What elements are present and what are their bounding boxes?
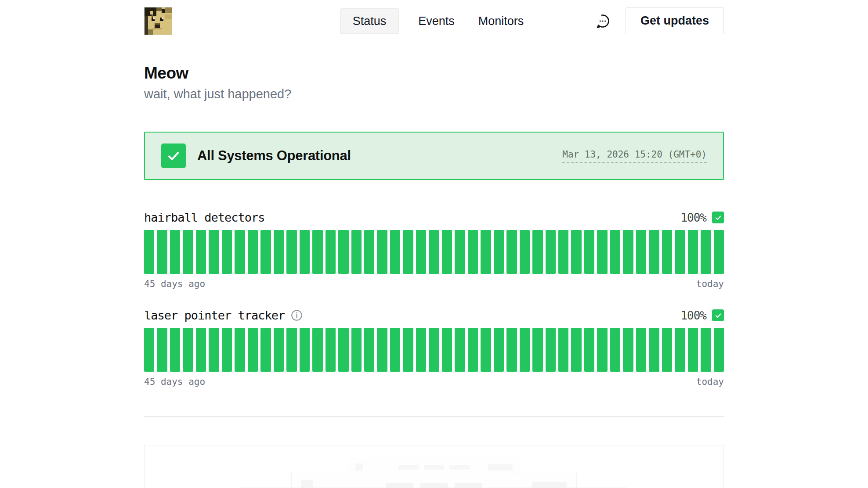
uptime-bar-day[interactable]	[546, 230, 556, 274]
uptime-bar-day[interactable]	[442, 230, 452, 274]
uptime-bar-day[interactable]	[351, 328, 362, 372]
uptime-bar-day[interactable]	[649, 230, 659, 274]
uptime-bar-day[interactable]	[300, 328, 310, 372]
uptime-bar-day[interactable]	[455, 328, 465, 372]
uptime-bar-day[interactable]	[183, 230, 193, 274]
uptime-bar-day[interactable]	[584, 328, 594, 372]
uptime-bar-day[interactable]	[571, 230, 581, 274]
uptime-bar-day[interactable]	[506, 328, 517, 372]
uptime-bar-day[interactable]	[416, 328, 426, 372]
uptime-bar-day[interactable]	[455, 230, 465, 274]
uptime-bar-day[interactable]	[442, 328, 452, 372]
uptime-bar-day[interactable]	[312, 230, 322, 274]
uptime-bar-day[interactable]	[714, 328, 724, 372]
uptime-bar-day[interactable]	[274, 230, 284, 274]
uptime-bar-day[interactable]	[364, 230, 374, 274]
uptime-bar-day[interactable]	[196, 230, 206, 274]
uptime-bar-day[interactable]	[623, 230, 633, 274]
uptime-bar-day[interactable]	[312, 328, 322, 372]
uptime-bar-day[interactable]	[610, 230, 620, 274]
uptime-bar-day[interactable]	[571, 328, 581, 372]
uptime-bar-day[interactable]	[364, 328, 374, 372]
status-banner-timestamp[interactable]: Mar 13, 2026 15:20 (GMT+0)	[562, 149, 707, 163]
uptime-bar-day[interactable]	[675, 230, 685, 274]
uptime-bar-day[interactable]	[416, 230, 426, 274]
uptime-bar-day[interactable]	[468, 328, 478, 372]
uptime-bar-day[interactable]	[260, 230, 271, 274]
uptime-bar-day[interactable]	[662, 328, 672, 372]
uptime-bar-day[interactable]	[157, 328, 167, 372]
uptime-bar-day[interactable]	[688, 328, 698, 372]
uptime-bar-day[interactable]	[286, 230, 297, 274]
uptime-bar-day[interactable]	[468, 230, 478, 274]
uptime-bar-day[interactable]	[688, 230, 698, 274]
uptime-bar-day[interactable]	[248, 328, 258, 372]
uptime-bar-day[interactable]	[338, 328, 348, 372]
uptime-bar-day[interactable]	[610, 328, 620, 372]
uptime-bar-day[interactable]	[636, 230, 646, 274]
uptime-bar-day[interactable]	[675, 328, 685, 372]
uptime-bar-day[interactable]	[144, 328, 154, 372]
uptime-bar-day[interactable]	[597, 230, 607, 274]
uptime-bar-day[interactable]	[235, 230, 245, 274]
uptime-bar-day[interactable]	[662, 230, 672, 274]
uptime-bar-day[interactable]	[209, 328, 219, 372]
uptime-bar-day[interactable]	[222, 328, 232, 372]
uptime-bar-day[interactable]	[403, 328, 413, 372]
info-icon[interactable]	[291, 309, 303, 321]
uptime-bar-day[interactable]	[532, 328, 542, 372]
get-updates-button[interactable]: Get updates	[626, 7, 724, 34]
uptime-bar-day[interactable]	[222, 230, 232, 274]
uptime-bar-day[interactable]	[183, 328, 193, 372]
uptime-bar-day[interactable]	[520, 230, 530, 274]
uptime-bar-day[interactable]	[144, 230, 154, 274]
uptime-bar-day[interactable]	[584, 230, 594, 274]
uptime-bar-day[interactable]	[597, 328, 607, 372]
uptime-bar-day[interactable]	[326, 328, 336, 372]
status-page: Status Events Monitors Get updates Meow	[0, 0, 868, 488]
uptime-bar-day[interactable]	[494, 328, 504, 372]
uptime-bar-day[interactable]	[274, 328, 284, 372]
uptime-bar-day[interactable]	[157, 230, 167, 274]
uptime-bar-day[interactable]	[429, 230, 439, 274]
uptime-bar-day[interactable]	[546, 328, 556, 372]
uptime-bar-day[interactable]	[338, 230, 348, 274]
uptime-bar-day[interactable]	[481, 328, 491, 372]
uptime-bar-day[interactable]	[429, 328, 439, 372]
uptime-bar-day[interactable]	[623, 328, 633, 372]
uptime-bar-day[interactable]	[377, 328, 387, 372]
uptime-bar-day[interactable]	[390, 230, 400, 274]
uptime-bar-day[interactable]	[351, 230, 362, 274]
uptime-bar-day[interactable]	[403, 230, 413, 274]
uptime-bar-day[interactable]	[701, 230, 711, 274]
feedback-chat-icon[interactable]	[594, 12, 611, 30]
uptime-bar-day[interactable]	[481, 230, 491, 274]
uptime-bar-day[interactable]	[714, 230, 724, 274]
uptime-bar-day[interactable]	[196, 328, 206, 372]
uptime-bar-day[interactable]	[300, 230, 310, 274]
uptime-bar-day[interactable]	[649, 328, 659, 372]
uptime-bar-day[interactable]	[326, 230, 336, 274]
uptime-bar-day[interactable]	[506, 230, 517, 274]
tab-monitors[interactable]: Monitors	[474, 8, 528, 34]
uptime-bar-day[interactable]	[286, 328, 297, 372]
uptime-bar-day[interactable]	[209, 230, 219, 274]
uptime-bar-day[interactable]	[636, 328, 646, 372]
monitor-name: hairball detectors	[144, 211, 265, 224]
uptime-bar-day[interactable]	[170, 230, 180, 274]
uptime-bar-day[interactable]	[390, 328, 400, 372]
uptime-bar-day[interactable]	[494, 230, 504, 274]
uptime-bar-day[interactable]	[558, 230, 568, 274]
uptime-bar-day[interactable]	[170, 328, 180, 372]
uptime-bar-day[interactable]	[520, 328, 530, 372]
site-logo-cat-image[interactable]	[144, 7, 172, 35]
uptime-bar-day[interactable]	[377, 230, 387, 274]
tab-status[interactable]: Status	[340, 8, 399, 34]
tab-events[interactable]: Events	[414, 8, 459, 34]
uptime-bar-day[interactable]	[260, 328, 271, 372]
uptime-bar-day[interactable]	[558, 328, 568, 372]
uptime-bar-day[interactable]	[701, 328, 711, 372]
uptime-bar-day[interactable]	[248, 230, 258, 274]
uptime-bar-day[interactable]	[532, 230, 542, 274]
uptime-bar-day[interactable]	[235, 328, 245, 372]
